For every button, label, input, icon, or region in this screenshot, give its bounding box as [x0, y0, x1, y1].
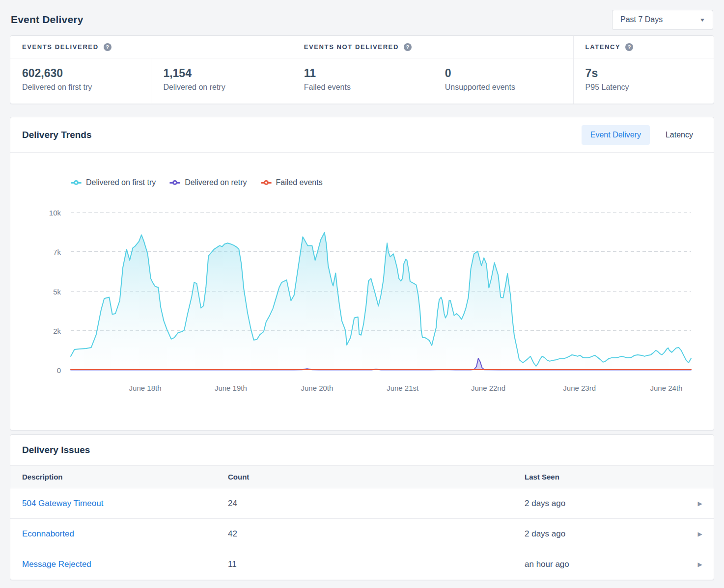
stat-unsupported-events: 0 Unsupported events: [433, 58, 573, 104]
stat-value: 7s: [585, 67, 702, 80]
stat-delivered-retry: 1,154 Delivered on retry: [151, 58, 291, 104]
stat-group-label: EVENTS NOT DELIVERED: [304, 43, 399, 51]
delivery-trends-title: Delivery Trends: [22, 130, 92, 140]
stat-value: 1,154: [163, 67, 279, 80]
stat-delivered-first-try: 602,630 Delivered on first try: [10, 58, 151, 104]
x-axis-tick-label: June 18th: [129, 384, 162, 392]
chevron-right-icon[interactable]: ▶: [686, 531, 714, 537]
stat-group-events-delivered: EVENTS DELIVERED ? 602,630 Delivered on …: [10, 36, 292, 104]
delivery-issues-card: Delivery Issues Description Count Last S…: [10, 434, 714, 580]
legend-item[interactable]: Delivered on first try: [71, 178, 156, 187]
stat-value: 602,630: [22, 67, 139, 80]
stat-group-latency: LATENCY ? 7s P95 Latency: [573, 36, 714, 104]
stat-label: Failed events: [304, 83, 421, 92]
chevron-right-icon[interactable]: ▶: [686, 500, 714, 507]
stat-p95-latency: 7s P95 Latency: [574, 58, 714, 104]
issue-count: 24: [228, 499, 525, 508]
help-icon[interactable]: ?: [625, 43, 633, 51]
column-description: Description: [22, 473, 228, 481]
issue-count: 42: [228, 529, 525, 539]
delivery-issues-title: Delivery Issues: [22, 445, 702, 455]
issue-last-seen: 2 days ago: [525, 499, 686, 508]
delivery-trends-card: Delivery Trends Event Delivery Latency D…: [10, 117, 714, 430]
issue-last-seen: 2 days ago: [525, 529, 686, 539]
x-axis-tick-label: June 19th: [215, 384, 247, 392]
topbar: Event Delivery Past 7 Days ▼: [8, 8, 716, 31]
stat-label: Delivered on first try: [22, 83, 139, 92]
column-count: Count: [228, 473, 525, 481]
help-icon[interactable]: ?: [104, 43, 111, 51]
x-axis-tick-label: June 21st: [387, 384, 418, 392]
stat-group-label: LATENCY: [585, 43, 621, 51]
issues-table-body: 504 Gateway Timeout 24 2 days ago ▶ Econ…: [10, 488, 714, 580]
legend-item[interactable]: Delivered on retry: [169, 178, 247, 187]
y-axis-tick-label: 0: [32, 366, 61, 374]
legend-label: Delivered on retry: [185, 178, 247, 187]
issue-last-seen: an hour ago: [525, 560, 686, 569]
delivery-trends-chart: Delivered on first tryDelivered on retry…: [10, 153, 714, 430]
issue-count: 11: [228, 560, 525, 569]
stat-group-header: LATENCY ?: [574, 36, 714, 58]
chevron-down-icon: ▼: [699, 17, 706, 23]
x-axis-tick-label: June 23rd: [563, 384, 596, 392]
stat-group-header: EVENTS NOT DELIVERED ?: [292, 36, 573, 58]
y-axis-tick-label: 7k: [32, 248, 61, 256]
stat-group-header: EVENTS DELIVERED ?: [10, 36, 292, 58]
chart-legend: Delivered on first tryDelivered on retry…: [71, 178, 323, 187]
date-range-dropdown[interactable]: Past 7 Days ▼: [612, 10, 713, 30]
legend-label: Failed events: [276, 178, 323, 187]
column-last-seen: Last Seen: [525, 473, 686, 481]
page-title: Event Delivery: [11, 14, 84, 26]
legend-marker-icon: [71, 182, 82, 184]
stat-label: Unsupported events: [445, 83, 561, 92]
stat-value: 0: [445, 67, 561, 80]
x-axis-tick-label: June 20th: [301, 384, 333, 392]
issue-description-link[interactable]: Econnaborted: [22, 529, 228, 539]
stat-failed-events: 11 Failed events: [292, 58, 433, 104]
issue-row[interactable]: Econnaborted 42 2 days ago ▶: [10, 519, 714, 549]
tab-event-delivery[interactable]: Event Delivery: [582, 125, 650, 145]
issue-row[interactable]: 504 Gateway Timeout 24 2 days ago ▶: [10, 488, 714, 519]
legend-label: Delivered on first try: [86, 178, 156, 187]
issue-description-link[interactable]: Message Rejected: [22, 560, 228, 569]
trends-tabs: Event Delivery Latency: [582, 125, 702, 145]
chart-plot-area: 02k5k7k10k June 18thJune 19thJune 20thJu…: [71, 213, 691, 370]
issue-row[interactable]: Message Rejected 11 an hour ago ▶: [10, 549, 714, 580]
delivery-issues-header: Delivery Issues: [10, 435, 714, 465]
tab-latency[interactable]: Latency: [657, 125, 702, 145]
stat-group-label: EVENTS DELIVERED: [22, 43, 99, 51]
chart-svg: [71, 213, 691, 370]
date-range-value: Past 7 Days: [620, 15, 663, 24]
y-axis-tick-label: 5k: [32, 287, 61, 295]
issue-description-link[interactable]: 504 Gateway Timeout: [22, 499, 228, 508]
chevron-right-icon[interactable]: ▶: [686, 561, 714, 568]
stat-label: Delivered on retry: [163, 83, 279, 92]
y-axis-tick-label: 10k: [32, 209, 61, 217]
stat-label: P95 Latency: [585, 83, 702, 92]
stat-value: 11: [304, 67, 421, 80]
issues-table-header: Description Count Last Seen: [10, 465, 714, 488]
legend-marker-icon: [169, 182, 180, 184]
stats-summary-card: EVENTS DELIVERED ? 602,630 Delivered on …: [10, 35, 714, 104]
help-icon[interactable]: ?: [404, 43, 412, 51]
stat-group-events-not-delivered: EVENTS NOT DELIVERED ? 11 Failed events …: [292, 36, 573, 104]
legend-marker-icon: [261, 182, 272, 184]
y-axis-tick-label: 2k: [32, 326, 61, 335]
x-axis-tick-label: June 22nd: [471, 384, 505, 392]
legend-item[interactable]: Failed events: [261, 178, 323, 187]
event-delivery-dashboard: Event Delivery Past 7 Days ▼ EVENTS DELI…: [0, 0, 724, 588]
x-axis-tick-label: June 24th: [650, 384, 683, 392]
delivery-trends-header: Delivery Trends Event Delivery Latency: [10, 117, 714, 153]
